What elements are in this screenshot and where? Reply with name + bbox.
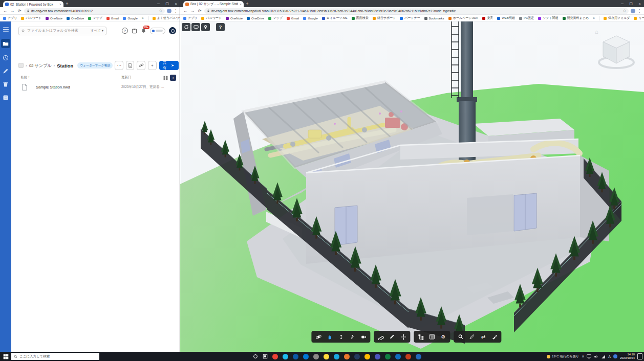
new-tab-button[interactable]: + <box>63 1 71 7</box>
close-button[interactable]: × <box>171 0 180 7</box>
sidebar-item-notes[interactable] <box>2 94 9 101</box>
tray-app-icon[interactable] <box>613 354 617 358</box>
action-center-icon[interactable] <box>637 353 642 359</box>
bookmarks-overflow-icon[interactable]: » <box>142 16 144 20</box>
box-search-input[interactable]: ファイルまたはフォルダを検索 すべて ▾ <box>18 27 106 35</box>
sidebar-item-sign[interactable] <box>2 67 9 75</box>
taskbar-app-icon[interactable] <box>375 354 380 359</box>
weather-widget[interactable]: 19°C 晴れのち曇り <box>547 354 579 359</box>
maximize-button[interactable]: ▢ <box>627 0 635 7</box>
bookmark-item[interactable]: OneDrive <box>247 17 264 20</box>
taskbar-app-icon[interactable] <box>344 354 350 359</box>
search-scope-dropdown[interactable]: すべて ▾ <box>91 29 103 33</box>
tab-close-icon[interactable]: × <box>59 3 61 6</box>
reload-icon[interactable]: ⟳ <box>197 9 202 13</box>
3d-viewer-canvas[interactable]: ? ⌂ <box>180 21 644 352</box>
close-button[interactable]: × <box>635 0 644 7</box>
minimize-button[interactable]: ─ <box>154 0 163 7</box>
profile-avatar[interactable] <box>631 9 635 13</box>
taskbar-app-icon[interactable] <box>283 354 288 359</box>
shared-link-button[interactable] <box>137 61 145 70</box>
view-cube[interactable]: ⌂ <box>588 22 637 74</box>
maximize-button[interactable]: ▢ <box>163 0 171 7</box>
open-viewer-button[interactable] <box>126 61 135 70</box>
browser-menu-icon[interactable]: ⋮ <box>174 9 178 13</box>
compare-tool[interactable]: ⇄ <box>478 332 488 342</box>
address-bar[interactable]: ifc-eng-ent.box.com/folder/140890109912 … <box>24 8 165 14</box>
bookmark-item[interactable]: OneDrive <box>67 17 84 20</box>
bookmark-star-icon[interactable]: ☆ <box>159 9 162 13</box>
orbit-tool[interactable] <box>313 332 324 342</box>
back-icon[interactable]: ← <box>183 9 188 13</box>
volume-tray-icon[interactable] <box>594 354 598 359</box>
forward-icon[interactable]: → <box>190 9 195 13</box>
help-button[interactable]: ? <box>216 23 225 31</box>
bookmark-item[interactable]: Gmail <box>287 17 299 20</box>
bookmark-item[interactable]: アプリ <box>3 16 17 20</box>
bookmark-star-icon[interactable]: ☆ <box>623 9 626 13</box>
left-browser-tab[interactable]: 02_Station | Powered by Box × <box>3 1 63 7</box>
bookmark-item[interactable]: アプリ <box>183 16 197 20</box>
taskbar-app-icon[interactable] <box>324 354 329 359</box>
grid-view-icon[interactable] <box>163 76 168 80</box>
bookmark-item[interactable]: パートナー <box>400 16 420 20</box>
network-tray-icon[interactable] <box>601 354 606 359</box>
bookmark-item[interactable]: マップ <box>88 16 102 20</box>
sidebar-item-trash[interactable] <box>2 81 9 88</box>
markup-tool[interactable] <box>387 332 397 342</box>
bookmark-item[interactable]: ロイルーツ-ML <box>322 16 348 20</box>
bookmark-item[interactable]: 図面検索 <box>352 16 369 20</box>
column-name[interactable]: 名前 ↑ <box>20 75 30 80</box>
bookmark-item[interactable]: OneNote <box>226 17 243 20</box>
reload-icon[interactable]: ⟳ <box>17 9 22 13</box>
sidebar-item-files[interactable] <box>1 39 10 48</box>
annotate-tool[interactable] <box>466 332 477 342</box>
file-name[interactable]: Sample Station.nwd <box>36 85 70 89</box>
bookmark-item[interactable]: 経営サポート <box>373 16 396 20</box>
bookmark-item[interactable]: PC設定 <box>519 16 534 20</box>
sidebar-item-recents[interactable] <box>2 54 9 61</box>
search-tool[interactable] <box>455 332 466 342</box>
task-view-icon[interactable] <box>263 354 268 359</box>
apps-tray-icon[interactable] <box>132 28 137 34</box>
explode-tool[interactable] <box>398 332 409 342</box>
bookmark-item[interactable]: 楽天 <box>482 16 493 20</box>
hamburger-menu-icon[interactable] <box>2 26 9 33</box>
properties-tool[interactable] <box>426 332 437 342</box>
taskbar-search-input[interactable]: ここに入力して検索 <box>11 353 99 360</box>
bookmark-item[interactable]: Google <box>123 17 137 20</box>
model-browser-tool[interactable] <box>415 332 426 342</box>
bookmark-item[interactable]: WEB明細 <box>497 16 515 20</box>
taskbar-clock[interactable]: 14:10 2023/10/24 <box>620 353 635 360</box>
bookmark-item[interactable]: 開発資料まとめ <box>563 16 589 20</box>
bookmarks-overflow-icon[interactable]: » <box>593 16 595 20</box>
bookmark-item[interactable]: パスワード <box>21 16 41 20</box>
walk-tool[interactable] <box>347 332 357 342</box>
tray-expand-icon[interactable]: ∧ <box>582 354 584 358</box>
file-row[interactable]: Sample Station.nwd 2023年10月27日、更新者: ... <box>18 82 176 92</box>
taskbar-app-icon[interactable] <box>364 354 370 359</box>
bookmark-item[interactable]: リーディングリスト <box>634 16 644 20</box>
taskbar-app-icon[interactable] <box>354 354 360 359</box>
profile-avatar[interactable] <box>167 9 171 13</box>
breadcrumb-parent[interactable]: 02 サンプル <box>29 63 52 69</box>
bookmark-item[interactable]: ホームページ.com <box>448 16 479 20</box>
taskbar-app-icon[interactable] <box>272 354 278 359</box>
taskbar-app-icon[interactable] <box>416 354 421 359</box>
pan-tool[interactable] <box>324 332 335 342</box>
add-button[interactable]: + <box>148 61 157 70</box>
taskbar-app-icon[interactable] <box>313 354 319 359</box>
share-button[interactable]: 共有 <box>159 61 179 70</box>
breadcrumb-root-thumbnail[interactable] <box>18 63 24 68</box>
zoom-tool[interactable] <box>335 332 346 342</box>
settings-tool[interactable]: ⚙ <box>438 332 448 342</box>
measure-tool[interactable] <box>375 332 386 342</box>
help-button[interactable]: ? <box>122 28 128 34</box>
taskbar-app-icon[interactable] <box>395 354 401 359</box>
bookmark-item[interactable]: ソフト関連 <box>538 16 558 20</box>
bookmark-item[interactable]: マップ <box>268 16 282 20</box>
taskbar-app-icon[interactable] <box>334 354 339 359</box>
bookmark-item[interactable]: Bookmarks <box>424 17 444 20</box>
account-avatar[interactable] <box>169 27 176 34</box>
display-tray-icon[interactable] <box>587 354 591 358</box>
